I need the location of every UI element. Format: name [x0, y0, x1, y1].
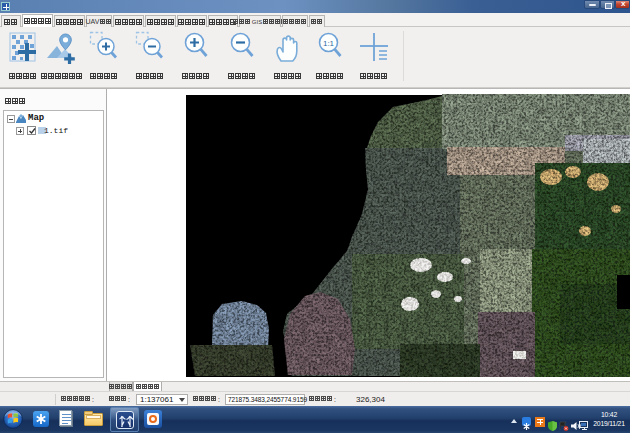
svg-text:1:1: 1:1	[323, 39, 335, 48]
